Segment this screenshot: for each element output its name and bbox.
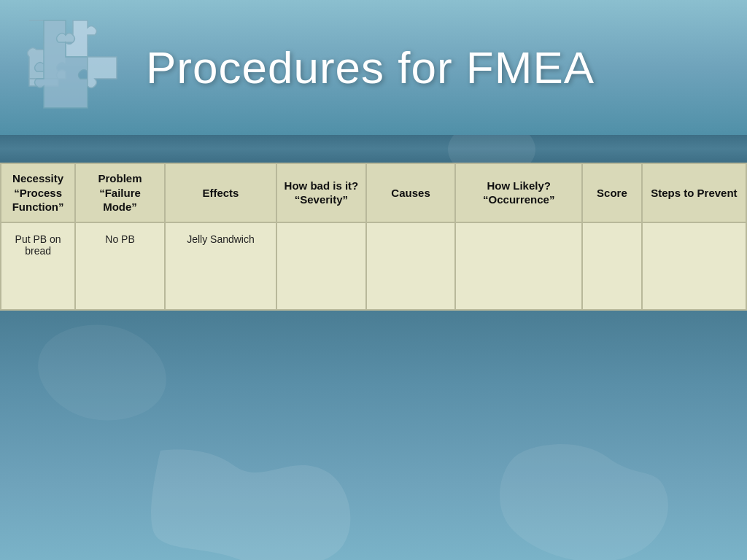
- slide: Procedures for FMEA Necessity “Process F…: [0, 0, 747, 560]
- header-howbad: How bad is it? “Severity”: [276, 163, 366, 222]
- table-header-row: Necessity “Process Function” Problem “Fa…: [1, 163, 746, 222]
- cell-howbad: [276, 222, 366, 310]
- cell-causes: [366, 222, 456, 310]
- page-title: Procedures for FMEA: [146, 42, 595, 93]
- header-effects: Effects: [165, 163, 276, 222]
- header-steps: Steps to Prevent: [642, 163, 746, 222]
- cell-score: [582, 222, 642, 310]
- header-howlikely: How Likely? “Occurrence”: [455, 163, 582, 222]
- header-necessity: Necessity “Process Function”: [1, 163, 75, 222]
- cell-effects: Jelly Sandwich: [165, 222, 276, 310]
- cell-steps: [642, 222, 746, 310]
- puzzle-icon: [22, 13, 131, 122]
- header: Procedures for FMEA: [0, 0, 747, 135]
- decorative-band: [0, 135, 747, 163]
- table-section: Necessity “Process Function” Problem “Fa…: [0, 163, 747, 311]
- footer: [0, 311, 747, 561]
- cell-howlikely: [455, 222, 582, 310]
- table-row: Put PB on bread No PB Jelly Sandwich: [1, 222, 746, 310]
- cell-problem: No PB: [75, 222, 165, 310]
- header-problem: Problem “Failure Mode”: [75, 163, 165, 222]
- fmea-table: Necessity “Process Function” Problem “Fa…: [0, 163, 747, 311]
- header-causes: Causes: [366, 163, 456, 222]
- cell-necessity: Put PB on bread: [1, 222, 75, 310]
- header-score: Score: [582, 163, 642, 222]
